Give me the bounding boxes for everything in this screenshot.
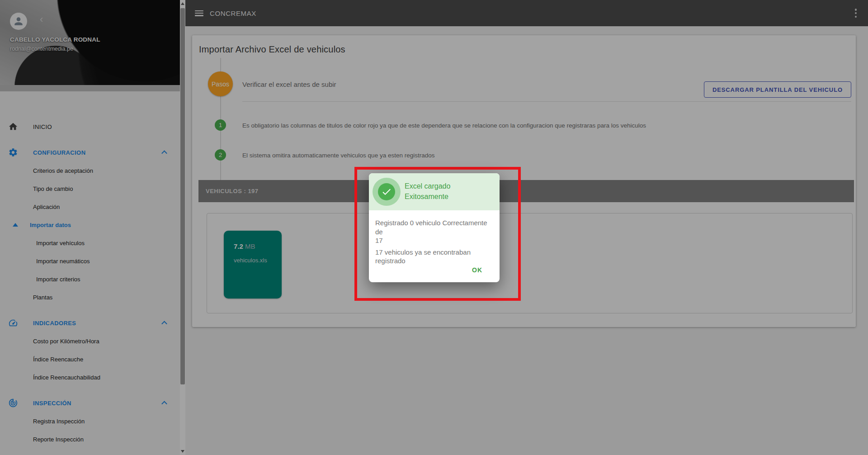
dialog-header: Excel cargado Exitosamente [369, 173, 500, 210]
dialog-title: Excel cargado Exitosamente [405, 181, 450, 202]
dialog-message: Registrado 0 vehiculo Correctamente de 1… [375, 218, 494, 265]
ok-button[interactable]: OK [468, 263, 486, 277]
app-window: ‹ CABELLO YACOLCA RODNAL rodnal@contentm… [0, 0, 868, 455]
success-dialog: Excel cargado Exitosamente Registrado 0 … [369, 173, 500, 282]
check-circle-icon [373, 178, 401, 206]
